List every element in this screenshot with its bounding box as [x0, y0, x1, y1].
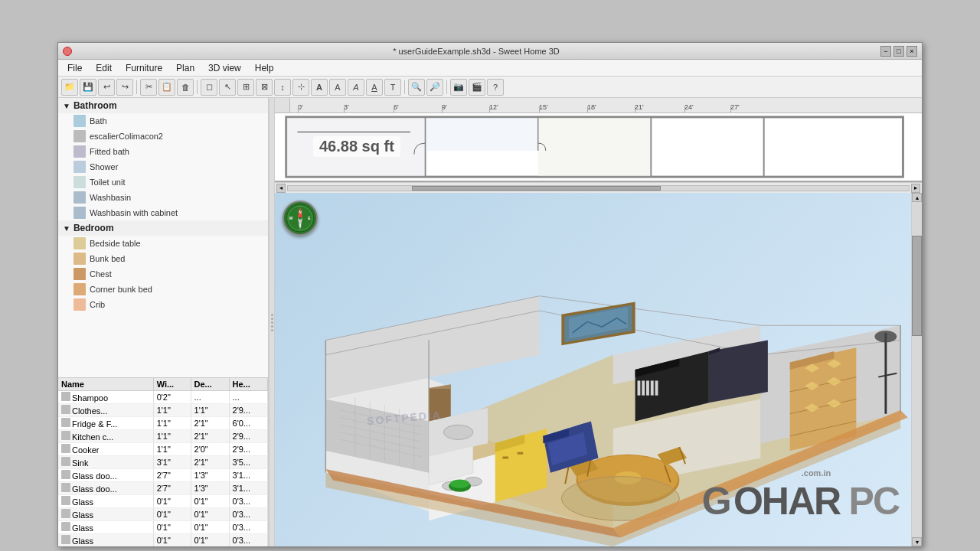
item-escalier[interactable]: escalierColimacon2 — [58, 129, 268, 144]
tb-compass[interactable]: T — [384, 79, 401, 96]
bedroom-label: Bedroom — [74, 223, 114, 233]
maximize-button[interactable]: □ — [893, 46, 904, 57]
group-bathroom[interactable]: ▼ Bathroom — [58, 98, 268, 113]
window-close-button[interactable]: × — [906, 46, 917, 57]
table-row[interactable]: Sink 3'1" 2'1" 3'5... — [58, 456, 268, 469]
hscroll-track[interactable] — [287, 185, 910, 191]
tb-textA3[interactable]: A — [348, 79, 364, 96]
table-row[interactable]: Glass 0'1" 0'1" 0'3... — [58, 521, 268, 534]
tb-photo[interactable]: 📷 — [450, 79, 467, 96]
tb-textA4[interactable]: A — [366, 79, 383, 96]
tb-textA2[interactable]: A — [329, 79, 346, 96]
tb-sep2 — [197, 80, 198, 94]
svg-rect-74 — [502, 457, 508, 459]
menu-3dview[interactable]: 3D view — [202, 61, 247, 75]
hscroll-left[interactable]: ◂ — [276, 184, 286, 193]
row-depth: 0'1" — [191, 534, 229, 547]
item-washbasin-cabinet[interactable]: Washbasin with cabinet — [58, 205, 268, 220]
menu-edit[interactable]: Edit — [90, 61, 118, 75]
vscroll-up[interactable]: ▴ — [912, 193, 922, 202]
item-toilet[interactable]: Toilet unit — [58, 174, 268, 190]
row-width: 3'1" — [153, 456, 191, 469]
window-title: * userGuideExample.sh3d - Sweet Home 3D — [72, 47, 880, 56]
row-height: 2'9... — [229, 443, 267, 456]
vscroll-down[interactable]: ▾ — [912, 537, 922, 546]
row-width: 0'1" — [153, 508, 191, 521]
table-row[interactable]: Glass 0'1" 0'1" 0'3... — [58, 534, 268, 547]
tb-sep4 — [446, 80, 447, 94]
plan-strip[interactable]: 46.88 sq ft — [275, 113, 922, 182]
menu-file[interactable]: File — [61, 61, 88, 75]
item-bunkbed[interactable]: Bunk bed — [58, 251, 268, 266]
table-row[interactable]: Glass 0'1" 0'1" 0'3... — [58, 495, 268, 508]
item-washbasin[interactable]: Washbasin — [58, 190, 268, 205]
row-depth: 1'3" — [191, 469, 229, 482]
row-width: 1'1" — [153, 404, 191, 417]
tb-redo[interactable]: ↪ — [116, 79, 133, 96]
table-row[interactable]: Kitchen c... 1'1" 2'1" 2'9... — [58, 430, 268, 443]
menu-furniture[interactable]: Furniture — [119, 61, 168, 75]
resize-handle[interactable] — [269, 98, 275, 546]
properties-panel[interactable]: Name Wi... De... He... Shampoo 0'2" ... … — [58, 378, 268, 546]
tb-new[interactable]: 📁 — [61, 79, 78, 96]
item-shower[interactable]: Shower — [58, 159, 268, 174]
row-name: Glass doo... — [58, 482, 153, 495]
vscroll-track[interactable] — [912, 202, 922, 537]
table-row[interactable]: Cooker 1'1" 2'0" 2'9... — [58, 443, 268, 456]
tb-delete[interactable]: 🗑 — [177, 79, 194, 96]
view-3d[interactable]: N S W E — [275, 193, 922, 546]
washbasin-cabinet-icon — [74, 207, 86, 219]
tb-zoomin[interactable]: 🔍 — [408, 79, 425, 96]
minimize-button[interactable]: − — [880, 46, 891, 57]
ruler-24: 24' — [684, 103, 694, 111]
ruler-9: 9' — [442, 103, 447, 111]
watermark-pc-text: PC — [849, 480, 899, 523]
table-row[interactable]: Glass 0'1" 0'1" 0'3... — [58, 508, 268, 521]
view-vscroll[interactable]: ▴ ▾ — [911, 193, 922, 546]
row-name: Glass — [58, 508, 153, 521]
compass[interactable]: N S W E — [283, 201, 318, 236]
tb-help[interactable]: ? — [487, 79, 504, 96]
main-content: ▼ Bathroom Bath escalierColimacon2 Fitte… — [58, 98, 922, 546]
tb-copy[interactable]: 📋 — [158, 79, 175, 96]
item-fittedbath[interactable]: Fitted bath — [58, 144, 268, 159]
plan-hscroll[interactable]: ◂ ▸ — [275, 182, 922, 193]
shower-label: Shower — [90, 162, 118, 171]
table-row[interactable]: Fridge & F... 1'1" 2'1" 6'0... — [58, 417, 268, 430]
table-row[interactable]: Glass doo... 2'7" 1'3" 3'1... — [58, 469, 268, 482]
menu-help[interactable]: Help — [249, 61, 280, 75]
ruler-0: 0' — [298, 103, 303, 111]
hscroll-thumb[interactable] — [412, 186, 660, 191]
menu-plan[interactable]: Plan — [170, 61, 201, 75]
tb-save[interactable]: 💾 — [80, 79, 96, 96]
row-depth: 0'1" — [191, 521, 229, 534]
row-width: 2'7" — [153, 469, 191, 482]
row-depth: 2'1" — [191, 456, 229, 469]
tb-rotate[interactable]: ↕ — [274, 79, 291, 96]
tb-sep1 — [136, 80, 137, 94]
tb-wall[interactable]: ◻ — [201, 79, 217, 96]
tb-dimension[interactable]: ⊠ — [256, 79, 273, 96]
table-row[interactable]: Shampoo 0'2" ... ... — [58, 391, 268, 404]
tb-undo[interactable]: ↩ — [98, 79, 115, 96]
tb-select[interactable]: ↖ — [219, 79, 236, 96]
group-bedroom[interactable]: ▼ Bedroom — [58, 220, 268, 236]
tb-room[interactable]: ⊞ — [237, 79, 254, 96]
item-corner-bunkbed[interactable]: Corner bunk bed — [58, 282, 268, 297]
tb-level[interactable]: ⊹ — [292, 79, 309, 96]
tb-video[interactable]: 🎬 — [469, 79, 485, 96]
col-depth: De... — [191, 378, 229, 391]
vscroll-thumb[interactable] — [912, 236, 922, 336]
tb-cut[interactable]: ✂ — [140, 79, 157, 96]
table-row[interactable]: Clothes... 1'1" 1'1" 2'9... — [58, 404, 268, 417]
table-row[interactable]: Glass doo... 2'7" 1'3" 3'1... — [58, 482, 268, 495]
item-chest[interactable]: Chest — [58, 266, 268, 282]
hscroll-right[interactable]: ▸ — [911, 184, 920, 193]
item-bath[interactable]: Bath — [58, 113, 268, 129]
tb-zoomout[interactable]: 🔎 — [426, 79, 443, 96]
item-crib[interactable]: Crib — [58, 297, 268, 312]
furniture-tree[interactable]: ▼ Bathroom Bath escalierColimacon2 Fitte… — [58, 98, 268, 378]
item-bedside-table[interactable]: Bedside table — [58, 236, 268, 251]
close-button[interactable] — [63, 47, 72, 56]
tb-textA1[interactable]: A — [311, 79, 328, 96]
